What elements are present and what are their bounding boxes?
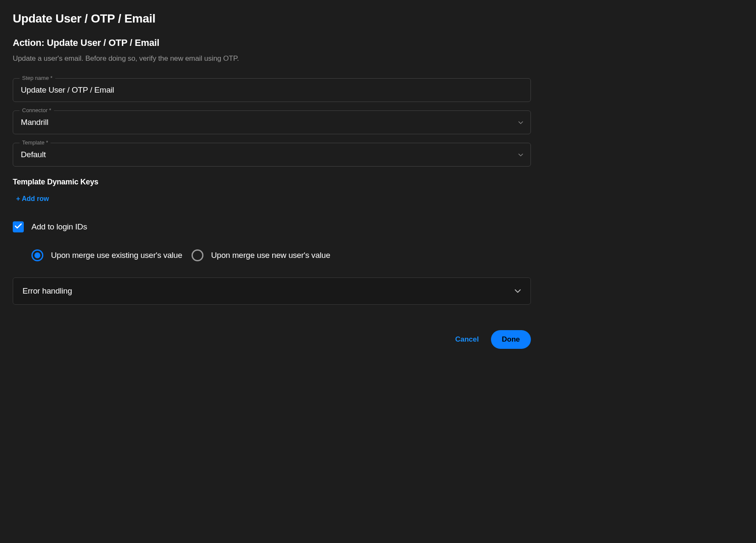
page-title: Update User / OTP / Email	[13, 12, 531, 25]
login-ids-checkbox[interactable]	[13, 221, 24, 232]
merge-existing-radio[interactable]: Upon merge use existing user's value	[31, 249, 182, 261]
merge-radio-group: Upon merge use existing user's value Upo…	[31, 249, 531, 261]
add-row-button[interactable]: + Add row	[16, 195, 49, 203]
action-heading: Action: Update User / OTP / Email	[13, 37, 531, 48]
chevron-down-icon	[514, 287, 521, 295]
step-name-input[interactable]	[13, 78, 531, 102]
login-ids-label: Add to login IDs	[31, 222, 87, 232]
template-select[interactable]: Default	[13, 143, 531, 167]
step-name-field-wrap: Step name *	[13, 78, 531, 102]
check-icon	[14, 223, 22, 231]
connector-field-wrap: Connector * Mandrill	[13, 110, 531, 134]
merge-new-label: Upon merge use new user's value	[211, 251, 330, 260]
login-ids-checkbox-row: Add to login IDs	[13, 221, 531, 232]
template-label: Template *	[20, 139, 51, 146]
connector-label: Connector *	[20, 107, 54, 113]
merge-existing-label: Upon merge use existing user's value	[51, 251, 182, 260]
radio-selected-icon	[31, 249, 43, 261]
connector-select[interactable]: Mandrill	[13, 110, 531, 134]
error-handling-title: Error handling	[23, 286, 72, 296]
dynamic-keys-heading: Template Dynamic Keys	[13, 178, 531, 187]
template-field-wrap: Template * Default	[13, 143, 531, 167]
radio-unselected-icon	[192, 249, 203, 261]
cancel-button[interactable]: Cancel	[455, 335, 479, 344]
step-name-label: Step name *	[20, 75, 55, 81]
footer-actions: Cancel Done	[13, 330, 531, 349]
done-button[interactable]: Done	[491, 330, 531, 349]
action-description: Update a user's email. Before doing so, …	[13, 54, 531, 63]
merge-new-radio[interactable]: Upon merge use new user's value	[192, 249, 330, 261]
error-handling-accordion[interactable]: Error handling	[13, 277, 531, 305]
